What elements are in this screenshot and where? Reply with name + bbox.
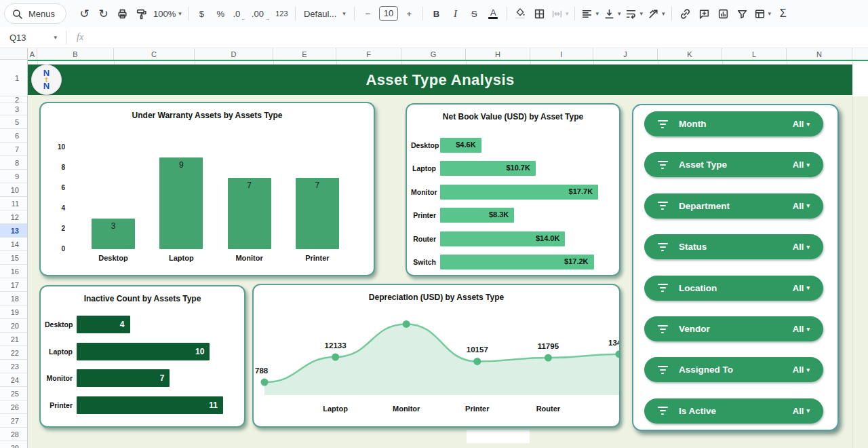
horizontal-align-button[interactable]: ▾ [579,4,601,23]
column-header-K[interactable]: K [658,48,722,60]
text-rotation-button[interactable]: ▾ [646,4,667,23]
slicer-value-dropdown[interactable]: All▾ [793,242,810,252]
row-header-29[interactable]: 29 [0,441,27,448]
row-header-24[interactable]: 24 [0,373,27,387]
paint-format-button[interactable] [132,4,151,23]
slicer-month[interactable]: MonthAll▾ [644,111,823,136]
row-header-13[interactable]: 13 [0,224,27,238]
undo-button[interactable]: ↺ [75,4,94,23]
format-currency-button[interactable]: $ [193,4,211,23]
increase-decimal-button[interactable]: .00→ [250,4,272,23]
italic-button[interactable]: I [446,4,465,23]
column-header-B[interactable]: B [37,48,114,60]
slicer-value-dropdown[interactable]: All▾ [793,406,810,416]
slicer-status[interactable]: StatusAll▾ [644,234,823,259]
row-header-25[interactable]: 25 [0,387,27,400]
font-size-input[interactable]: 10 [379,6,398,21]
chart-card-under-warranty[interactable]: Under Warranty Assets by Assets Type 024… [39,102,375,276]
column-header-E[interactable]: E [273,48,336,60]
slicer-department[interactable]: DepartmentAll▾ [644,193,823,219]
slicer-value-dropdown[interactable]: All▾ [793,365,810,375]
borders-button[interactable] [530,4,549,23]
row-header-21[interactable]: 21 [0,333,27,346]
row-header-19[interactable]: 19 [0,305,27,319]
name-box[interactable]: Q13 ▾ [0,33,62,43]
functions-button[interactable]: Σ [774,4,792,23]
redo-button[interactable]: ↻ [94,4,113,23]
text-wrap-button[interactable]: ▾ [623,4,645,23]
slicer-is-active[interactable]: Is ActiveAll▾ [644,398,823,424]
more-formats-button[interactable]: 123 [273,4,291,23]
chevron-down-icon: ▾ [806,162,810,168]
table-views-button[interactable]: ▾ [752,4,774,23]
slicer-asset-type[interactable]: Asset TypeAll▾ [644,152,823,177]
chart-card-inactive-count[interactable]: Inactive Count by Assets Type Desktop4La… [39,285,245,428]
row-header-7[interactable]: 7 [0,143,27,156]
row-header-5[interactable]: 5 [0,115,27,129]
row-header-17[interactable]: 17 [0,278,27,292]
row-header-16[interactable]: 16 [0,265,27,278]
slicer-value-dropdown[interactable]: All▾ [793,201,810,211]
row-header-15[interactable]: 15 [0,251,27,265]
row-header-18[interactable]: 18 [0,292,27,305]
row-header-2[interactable]: 2 [0,96,27,103]
format-percent-button[interactable]: % [212,4,230,23]
text-color-button[interactable]: A [484,4,502,23]
row-header-8[interactable]: 8 [0,156,27,170]
row-header-11[interactable]: 11 [0,197,27,210]
create-filter-button[interactable] [733,4,751,23]
print-button[interactable] [113,4,132,23]
menus-button[interactable]: Menus [4,3,66,24]
column-header-F[interactable]: F [336,48,401,60]
row-header-27[interactable]: 27 [0,414,27,428]
font-family-select[interactable]: Defaul... ▾ [300,4,350,23]
slicer-value-dropdown[interactable]: All▾ [793,160,810,170]
chart-card-net-book-value[interactable]: Net Book Value (USD) by Asset Type Deskt… [406,103,620,276]
dashboard-banner: Asset Type Analysis [28,64,852,95]
zoom-select[interactable]: 100% ▾ [151,4,184,23]
column-header-I[interactable]: I [530,48,593,60]
strikethrough-button[interactable]: S [465,4,484,23]
insert-link-button[interactable] [676,4,694,23]
fill-color-button[interactable] [511,4,530,23]
slicer-value-dropdown[interactable]: All▾ [793,283,810,293]
row-header-26[interactable]: 26 [0,400,27,414]
column-header-L[interactable]: L [722,48,787,60]
row-header-28[interactable]: 28 [0,428,27,441]
increase-font-size-button[interactable]: + [400,4,418,23]
slicer-vendor[interactable]: VendorAll▾ [644,316,823,341]
formula-input[interactable] [90,27,868,48]
column-header-J[interactable]: J [593,48,658,60]
chevron-down-icon: ▾ [639,10,643,17]
select-all-corner[interactable] [0,48,28,60]
slicer-assigned-to[interactable]: Assigned ToAll▾ [644,357,823,382]
row-header-22[interactable]: 22 [0,346,27,360]
column-header-A[interactable]: A [28,48,37,60]
decrease-decimal-button[interactable]: .0← [231,4,249,23]
column-header-D[interactable]: D [195,48,273,60]
column-header-H[interactable]: H [466,48,530,60]
row-header-3[interactable]: 3 [0,103,27,115]
row-header-20[interactable]: 20 [0,319,27,333]
row-header-23[interactable]: 23 [0,360,27,373]
decrease-font-size-button[interactable]: − [359,4,377,23]
row-header-1[interactable]: 1 [0,60,27,96]
insert-comment-button[interactable] [695,4,713,23]
insert-chart-button[interactable] [714,4,732,23]
row-header-12[interactable]: 12 [0,210,27,224]
slicer-value-dropdown[interactable]: All▾ [793,119,810,129]
slicer-location[interactable]: LocationAll▾ [644,276,823,301]
column-header-N[interactable]: N [787,48,852,60]
row-header-9[interactable]: 9 [0,170,27,183]
column-header-C[interactable]: C [114,48,195,60]
vertical-align-button[interactable]: ▾ [601,4,623,23]
row-header-6[interactable]: 6 [0,129,27,143]
column-header-G[interactable]: G [401,48,466,60]
slicer-value-dropdown[interactable]: All▾ [793,324,810,334]
row-header-10[interactable]: 10 [0,183,27,197]
unfilled-cell[interactable] [467,430,530,443]
row-header-14[interactable]: 14 [0,238,27,251]
chart-card-depreciation[interactable]: Depreciation (USD) by Assets Type 788121… [252,284,620,428]
toolbar-divider [574,7,575,20]
bold-button[interactable]: B [427,4,446,23]
